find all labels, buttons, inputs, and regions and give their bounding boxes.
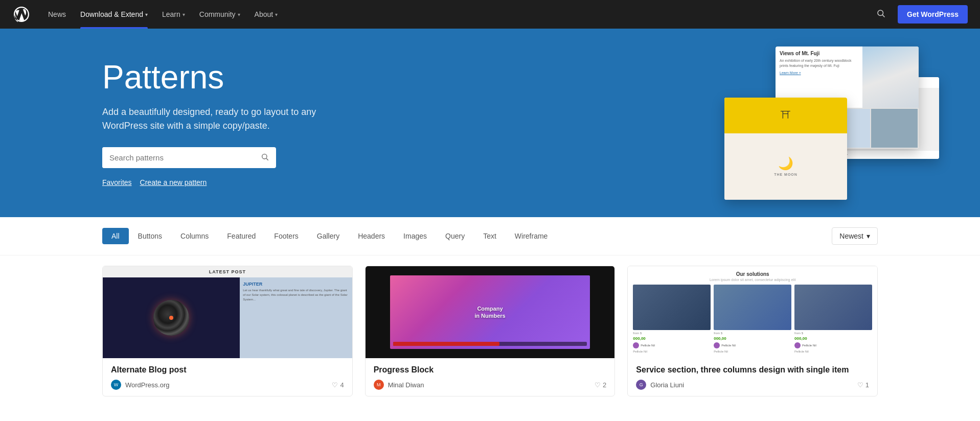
pattern-card-1-avatar-letter: W	[114, 382, 119, 387]
pattern-card-3-avatar-letter: G	[640, 382, 643, 387]
filter-tab-text[interactable]: Text	[474, 228, 506, 244]
nav-community-label: Community	[199, 10, 236, 18]
heart-icon-2: ♡	[595, 381, 601, 389]
cards-section: LATEST POST JUPITER Let us hear thankfu	[0, 255, 980, 417]
cards-grid: LATEST POST JUPITER Let us hear thankfu	[102, 266, 878, 396]
pattern-card-3-avatar: G	[636, 380, 646, 390]
heart-icon-3: ♡	[857, 381, 863, 389]
svg-point-2	[262, 154, 267, 159]
filter-tab-images[interactable]: Images	[394, 228, 436, 244]
filter-tab-gallery[interactable]: Gallery	[308, 228, 349, 244]
pattern-card-2-avatar-letter: M	[377, 382, 381, 387]
pattern-card-1-title: Alternate Blog post	[111, 365, 344, 375]
hero-search-button[interactable]	[254, 148, 276, 168]
nav-download-label: Download & Extend	[80, 10, 143, 18]
about-chevron-icon: ▾	[275, 12, 278, 17]
pattern-card-2-meta: M Minal Diwan ♡ 2	[374, 380, 607, 390]
community-chevron-icon: ▾	[238, 12, 240, 17]
pattern-card-2-like-count: 2	[603, 381, 606, 389]
pattern-card-2-info: Progress Block M Minal Diwan ♡ 2	[366, 358, 615, 396]
pattern-card-1-meta: W WordPress.org ♡ 4	[111, 380, 344, 390]
pattern-card-2-likes: ♡ 2	[595, 381, 606, 389]
download-chevron-icon: ▾	[145, 12, 148, 17]
pattern-card-2-author: Minal Diwan	[388, 381, 424, 389]
nav-item-community[interactable]: Community ▾	[192, 0, 247, 29]
svg-point-0	[878, 10, 883, 16]
pattern-card-1-likes: ♡ 4	[332, 381, 344, 389]
filter-tab-buttons[interactable]: Buttons	[129, 228, 171, 244]
hero-card-2: ⛩ 🌙 THE MOON	[724, 98, 847, 200]
hero-description: Add a beautifully designed, ready to go …	[102, 105, 337, 133]
pattern-card-3[interactable]: Our solutions Lorem ipsum dolor sit amet…	[627, 266, 878, 396]
nav-right: Get WordPress	[872, 5, 968, 25]
wordpress-logo[interactable]	[12, 5, 31, 24]
filter-tab-footers[interactable]: Footers	[265, 228, 307, 244]
nav-item-about[interactable]: About ▾	[247, 0, 285, 29]
pattern-card-1-like-count: 4	[340, 381, 344, 389]
pattern-card-2-title: Progress Block	[374, 365, 607, 375]
sort-dropdown[interactable]: Newest ▾	[832, 227, 878, 245]
favorites-link[interactable]: Favorites	[102, 178, 132, 186]
hero-search-box	[102, 147, 276, 168]
nav-links: News Download & Extend ▾ Learn ▾ Communi…	[41, 0, 872, 29]
svg-line-1	[882, 15, 884, 17]
create-pattern-link[interactable]: Create a new pattern	[140, 178, 207, 186]
filter-tab-query[interactable]: Query	[436, 228, 474, 244]
pattern-card-1-info: Alternate Blog post W WordPress.org ♡ 4	[103, 358, 352, 396]
nav-item-news[interactable]: News	[41, 0, 73, 29]
pattern-card-3-author: Gloria Liuni	[650, 381, 684, 389]
pattern-card-1-author: WordPress.org	[125, 381, 169, 389]
hero-title: Patterns	[102, 59, 358, 95]
sort-chevron-icon: ▾	[867, 232, 870, 240]
pattern-card-2[interactable]: Companyin Numbers Progress Block M Minal…	[365, 266, 616, 396]
nav-search-icon[interactable]	[872, 5, 890, 25]
pattern-card-3-like-count: 1	[865, 381, 869, 389]
pattern-card-2-preview: Companyin Numbers	[366, 266, 615, 358]
sort-label: Newest	[839, 232, 863, 240]
filter-section: All Buttons Columns Featured Footers Gal…	[0, 217, 980, 255]
learn-chevron-icon: ▾	[183, 12, 185, 17]
heart-icon-1: ♡	[332, 381, 338, 389]
nav-item-learn[interactable]: Learn ▾	[155, 0, 192, 29]
nav-about-label: About	[255, 10, 274, 18]
hero-decorative-images: Views of Mt. Fuji An exhibition of early…	[724, 46, 939, 200]
hero-content: Patterns Add a beautifully designed, rea…	[0, 59, 358, 186]
latest-post-badge: LATEST POST	[103, 266, 352, 277]
filter-tab-wireframe[interactable]: Wireframe	[506, 228, 557, 244]
pattern-card-3-title: Service section, three columns design wi…	[636, 365, 869, 375]
pattern-card-1[interactable]: LATEST POST JUPITER Let us hear thankfu	[102, 266, 353, 396]
navbar: News Download & Extend ▾ Learn ▾ Communi…	[0, 0, 980, 29]
get-wordpress-button[interactable]: Get WordPress	[898, 5, 968, 24]
svg-line-3	[266, 158, 268, 160]
pattern-card-1-preview: LATEST POST JUPITER Let us hear thankfu	[103, 266, 352, 358]
pattern-card-3-preview: Our solutions Lorem ipsum dolor sit amet…	[628, 266, 877, 358]
hero-links: Favorites Create a new pattern	[102, 178, 358, 186]
filter-tab-featured[interactable]: Featured	[218, 228, 265, 244]
hero-section: Patterns Add a beautifully designed, rea…	[0, 29, 980, 217]
pattern-card-3-info: Service section, three columns design wi…	[628, 358, 877, 396]
filter-tab-all[interactable]: All	[102, 228, 129, 244]
nav-item-download[interactable]: Download & Extend ▾	[73, 0, 155, 29]
filter-tab-columns[interactable]: Columns	[171, 228, 218, 244]
nav-news-label: News	[48, 10, 66, 18]
pattern-card-2-avatar: M	[374, 380, 384, 390]
pattern-card-3-likes: ♡ 1	[857, 381, 869, 389]
filter-tab-headers[interactable]: Headers	[349, 228, 394, 244]
hero-search-input[interactable]	[102, 147, 254, 168]
filter-tabs: All Buttons Columns Featured Footers Gal…	[102, 228, 824, 244]
nav-learn-label: Learn	[162, 10, 180, 18]
pattern-card-3-meta: G Gloria Liuni ♡ 1	[636, 380, 869, 390]
pattern-card-1-avatar: W	[111, 380, 121, 390]
